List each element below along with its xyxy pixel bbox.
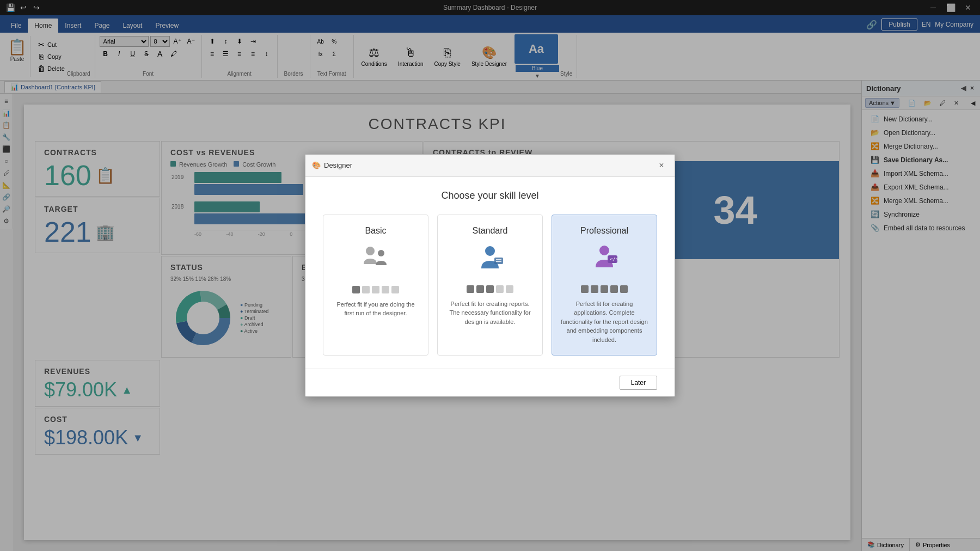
professional-skill-name: Professional (580, 226, 628, 236)
modal-close-btn[interactable]: × (655, 159, 668, 172)
modal-body: Choose your skill level Basic (305, 177, 675, 369)
professional-skill-icon: </> (588, 242, 621, 280)
basic-dots (352, 286, 399, 293)
basic-desc: Perfect fit if you are doing the first r… (332, 300, 419, 318)
modal-title: 🎨 Designer (312, 161, 352, 169)
standard-skill-icon (474, 242, 506, 280)
later-button[interactable]: Later (620, 376, 657, 390)
standard-skill-name: Standard (473, 226, 508, 236)
professional-desc: Perfect fit for creating applications. C… (561, 299, 648, 345)
skill-levels-grid: Basic (323, 215, 657, 356)
skill-professional-card[interactable]: Professional </> (552, 215, 657, 356)
standard-desc: Perfect fit for creating reports. The ne… (446, 299, 534, 327)
modal-footer: Later (305, 369, 675, 396)
skill-basic-card[interactable]: Basic (323, 215, 428, 356)
modal-subtitle: Choose your skill level (323, 190, 657, 201)
svg-point-14 (485, 246, 495, 256)
skill-standard-card[interactable]: Standard (437, 215, 543, 356)
svg-rect-15 (494, 258, 503, 264)
svg-point-13 (378, 250, 384, 256)
basic-skill-icon (359, 242, 392, 280)
designer-modal: 🎨 Designer × Choose your skill level Bas… (305, 154, 675, 397)
svg-point-18 (599, 246, 609, 255)
basic-skill-name: Basic (365, 226, 386, 236)
professional-dots (581, 285, 628, 293)
svg-point-12 (366, 247, 375, 255)
svg-text:</>: </> (610, 256, 619, 262)
modal-title-icon: 🎨 (312, 161, 321, 169)
modal-header: 🎨 Designer × (305, 155, 675, 177)
standard-dots (467, 285, 513, 293)
modal-overlay: 🎨 Designer × Choose your skill level Bas… (0, 0, 980, 551)
